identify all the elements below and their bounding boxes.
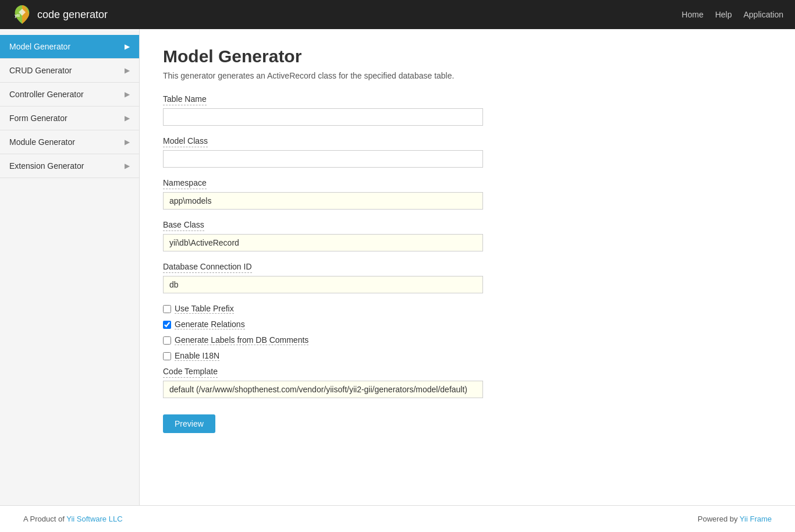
base-class-group: Base Class bbox=[163, 220, 483, 251]
use-table-prefix-label[interactable]: Use Table Prefix bbox=[175, 304, 234, 314]
chevron-right-icon: ▶ bbox=[125, 90, 130, 98]
chevron-right-icon: ▶ bbox=[125, 162, 130, 170]
generate-relations-checkbox[interactable] bbox=[163, 321, 171, 329]
model-class-input[interactable] bbox=[163, 150, 483, 168]
generate-relations-label[interactable]: Generate Relations bbox=[175, 320, 245, 329]
generate-labels-label[interactable]: Generate Labels from DB Comments bbox=[175, 335, 308, 345]
table-name-input[interactable] bbox=[163, 108, 483, 126]
svg-text:yii: yii bbox=[15, 13, 20, 18]
footer-right-link[interactable]: Yii Frame bbox=[740, 515, 772, 523]
preview-button[interactable]: Preview bbox=[163, 414, 215, 433]
sidebar-item-label: Controller Generator bbox=[9, 90, 84, 99]
db-connection-input[interactable] bbox=[163, 276, 483, 293]
page-description: This generator generates an ActiveRecord… bbox=[163, 71, 772, 80]
use-table-prefix-group: Use Table Prefix bbox=[163, 304, 772, 314]
sidebar-item-label: CRUD Generator bbox=[9, 66, 72, 75]
header: yii code generator Home Help Application bbox=[0, 0, 795, 29]
sidebar-item-form-generator[interactable]: Form Generator ▶ bbox=[0, 107, 139, 130]
main-wrapper: Model Generator ▶ CRUD Generator ▶ Contr… bbox=[0, 29, 795, 505]
sidebar-item-label: Module Generator bbox=[9, 137, 75, 147]
generate-labels-checkbox[interactable] bbox=[163, 336, 171, 345]
nav-home[interactable]: Home bbox=[682, 10, 703, 19]
sidebar-item-label: Form Generator bbox=[9, 114, 68, 123]
sidebar: Model Generator ▶ CRUD Generator ▶ Contr… bbox=[0, 29, 140, 505]
sidebar-item-label: Extension Generator bbox=[9, 161, 84, 171]
nav-help[interactable]: Help bbox=[715, 10, 732, 19]
namespace-label: Namespace bbox=[163, 178, 207, 189]
db-connection-label: Database Connection ID bbox=[163, 262, 252, 273]
enable-i18n-label[interactable]: Enable I18N bbox=[175, 351, 219, 361]
sidebar-item-controller-generator[interactable]: Controller Generator ▶ bbox=[0, 83, 139, 107]
code-template-input[interactable] bbox=[163, 381, 483, 398]
use-table-prefix-checkbox[interactable] bbox=[163, 305, 171, 313]
sidebar-item-module-generator[interactable]: Module Generator ▶ bbox=[0, 130, 139, 154]
footer-left-link[interactable]: Yii Software LLC bbox=[66, 515, 122, 523]
logo-area: yii code generator bbox=[12, 4, 108, 25]
footer-right-text: Powered by bbox=[698, 515, 740, 523]
chevron-right-icon: ▶ bbox=[125, 138, 130, 146]
nav-application[interactable]: Application bbox=[744, 10, 784, 19]
generate-relations-group: Generate Relations bbox=[163, 320, 772, 329]
base-class-input[interactable] bbox=[163, 234, 483, 251]
generate-labels-group: Generate Labels from DB Comments bbox=[163, 335, 772, 345]
footer: A Product of Yii Software LLC Powered by… bbox=[0, 505, 795, 532]
yii-logo-icon: yii bbox=[12, 4, 33, 25]
namespace-group: Namespace bbox=[163, 178, 483, 210]
footer-right: Powered by Yii Frame bbox=[698, 515, 772, 523]
namespace-input[interactable] bbox=[163, 192, 483, 210]
chevron-right-icon: ▶ bbox=[125, 42, 130, 51]
model-class-group: Model Class bbox=[163, 136, 483, 168]
page-title: Model Generator bbox=[163, 47, 772, 66]
nav-links: Home Help Application bbox=[682, 10, 783, 19]
sidebar-item-extension-generator[interactable]: Extension Generator ▶ bbox=[0, 154, 139, 178]
db-connection-group: Database Connection ID bbox=[163, 262, 483, 293]
chevron-right-icon: ▶ bbox=[125, 114, 130, 122]
enable-i18n-group: Enable I18N bbox=[163, 351, 772, 361]
sidebar-item-crud-generator[interactable]: CRUD Generator ▶ bbox=[0, 59, 139, 83]
table-name-group: Table Name bbox=[163, 94, 483, 126]
sidebar-item-model-generator[interactable]: Model Generator ▶ bbox=[0, 35, 139, 59]
footer-left-text: A Product of bbox=[23, 515, 66, 523]
table-name-label: Table Name bbox=[163, 94, 207, 105]
sidebar-item-label: Model Generator bbox=[9, 42, 70, 51]
model-class-label: Model Class bbox=[163, 136, 208, 147]
code-template-label: Code Template bbox=[163, 367, 218, 378]
logo-text: code generator bbox=[37, 9, 108, 21]
content: Model Generator This generator generates… bbox=[140, 29, 795, 505]
base-class-label: Base Class bbox=[163, 220, 204, 231]
chevron-right-icon: ▶ bbox=[125, 66, 130, 75]
code-template-group: Code Template bbox=[163, 367, 483, 398]
footer-left: A Product of Yii Software LLC bbox=[23, 515, 123, 523]
enable-i18n-checkbox[interactable] bbox=[163, 352, 171, 360]
